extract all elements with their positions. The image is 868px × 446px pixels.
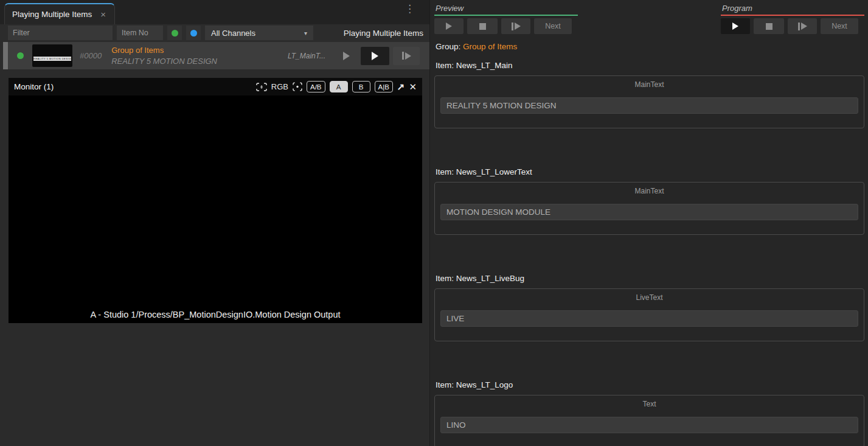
row-play-button[interactable] [361, 47, 389, 65]
preview-label: Preview [434, 4, 578, 13]
program-buttons: Next [721, 18, 864, 34]
monitor-video-area: A - Studio 1/Process/BP_MotionDesignIO.M… [9, 96, 422, 323]
row-subtitle: REALITY 5 MOTION DESIGN [111, 56, 217, 67]
play-icon [732, 23, 738, 30]
green-dot-icon [172, 30, 178, 37]
monitor-header: Monitor (1) RGB [9, 78, 422, 96]
row-status [8, 52, 32, 59]
tab-playing-multiple-items[interactable]: Playing Multiple Items × [4, 3, 115, 24]
channel-aib-button[interactable]: A|B [375, 81, 393, 92]
center-focus-icon[interactable] [293, 82, 302, 91]
preview-next-button[interactable]: Next [534, 18, 572, 34]
group-prefix: Group: [436, 42, 463, 51]
row-step-forward-button[interactable] [393, 47, 420, 65]
field-input[interactable] [440, 97, 858, 114]
stop-icon [766, 23, 773, 30]
preview-transport: Preview Next [434, 4, 578, 34]
green-status-filter-button[interactable] [167, 26, 182, 40]
program-step-button[interactable] [788, 18, 817, 34]
field-label: MainText [435, 187, 864, 195]
row-item-number: #0000 [80, 51, 102, 60]
program-next-button[interactable]: Next [821, 18, 858, 34]
ab-split-button[interactable]: A/B [307, 81, 325, 92]
item-label: Item: News_LT_Logo [436, 380, 863, 389]
monitor-title: Monitor (1) [14, 82, 54, 91]
playlist-title: Playing Multiple Items [344, 29, 429, 38]
group-line: Group: Group of Items [436, 42, 863, 51]
tab-close-icon[interactable]: × [99, 9, 107, 19]
item-label: Item: News_LT_LiveBug [436, 274, 863, 283]
item-label: Item: News_LT_Main [436, 61, 863, 70]
stop-icon [479, 23, 486, 30]
field-input[interactable] [440, 204, 858, 220]
row-text-block: Group of Items REALITY 5 MOTION DESIGN [111, 45, 217, 66]
program-play-button[interactable] [721, 18, 750, 34]
item-label: Item: News_LT_LowerText [436, 167, 863, 176]
field-label: MainText [435, 80, 864, 89]
blue-dot-icon [190, 30, 197, 37]
step-forward-icon [798, 23, 807, 30]
field-label: LiveText [435, 293, 864, 302]
monitor-toolbar: RGB A/B A B A|B ↗ ✕ [256, 81, 417, 92]
item-no-input[interactable] [117, 26, 163, 40]
row-selection-indicator [3, 42, 8, 69]
preview-play-button[interactable] [434, 18, 464, 34]
channel-select-value: All Channels [211, 29, 255, 38]
group-name-link[interactable]: Group of Items [463, 42, 517, 51]
field-label: Text [435, 400, 864, 408]
popout-arrow-icon[interactable]: ↗ [397, 82, 405, 92]
chevron-down-icon: ▾ [304, 30, 307, 37]
program-transport: Program Next [721, 4, 864, 34]
play-icon [343, 52, 350, 60]
preview-buttons: Next [434, 18, 578, 34]
step-forward-icon [402, 52, 411, 60]
field-input[interactable] [440, 417, 858, 433]
item-card: Text [434, 395, 864, 446]
item-card: LiveText [434, 288, 864, 341]
channel-a-button[interactable]: A [330, 81, 348, 92]
playlist-panel: Playing Multiple Items × ⋮ All Channels … [0, 0, 430, 446]
item-card: MainText [434, 75, 864, 128]
step-forward-icon [512, 23, 521, 30]
program-underline [721, 15, 864, 16]
row-status-dot-icon [17, 52, 24, 59]
row-template-name: LT_MainT... [288, 52, 325, 60]
row-thumbnail: REALITY 5 MOTION DESIGN [32, 44, 72, 67]
kebab-menu-icon[interactable]: ⋮ [404, 4, 415, 14]
program-stop-button[interactable] [754, 18, 784, 34]
preview-underline [434, 15, 578, 16]
channel-b-button[interactable]: B [352, 81, 370, 92]
thumbnail-caption: REALITY 5 MOTION DESIGN [33, 57, 71, 61]
monitor-source-caption: A - Studio 1/Process/BP_MotionDesignIO.M… [9, 310, 422, 319]
row-preview-play-button[interactable] [339, 52, 353, 60]
tab-title: Playing Multiple Items [12, 10, 92, 19]
item-control-panel: Preview Next Program Next Group: Group o… [430, 0, 868, 446]
fit-to-screen-icon[interactable] [256, 83, 267, 91]
preview-stop-button[interactable] [467, 18, 498, 34]
rgb-toggle[interactable]: RGB [271, 82, 288, 91]
tab-bar: Playing Multiple Items × ⋮ [0, 0, 429, 24]
monitor-close-icon[interactable]: ✕ [409, 82, 417, 92]
preview-step-button[interactable] [501, 18, 530, 34]
monitor-panel: Monitor (1) RGB [9, 78, 422, 323]
filter-toolbar: All Channels ▾ Playing Multiple Items [0, 24, 429, 41]
play-icon [372, 52, 378, 60]
field-input[interactable] [440, 310, 858, 327]
channel-select[interactable]: All Channels ▾ [205, 26, 313, 40]
row-group-name: Group of Items [111, 45, 217, 56]
transport-row: Preview Next Program Next [434, 4, 864, 34]
item-card: MainText [434, 182, 864, 235]
program-label: Program [721, 4, 864, 13]
blue-status-filter-button[interactable] [186, 26, 201, 40]
play-icon [446, 23, 452, 30]
filter-input[interactable] [8, 26, 113, 40]
playlist-row[interactable]: REALITY 5 MOTION DESIGN #0000 Group of I… [3, 42, 429, 69]
